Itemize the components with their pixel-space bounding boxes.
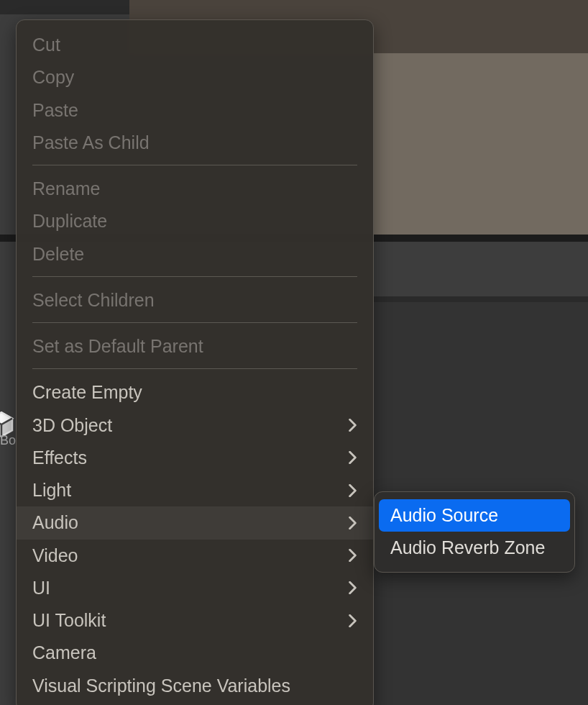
menu-separator xyxy=(32,276,357,277)
menu-item-label: Rename xyxy=(32,178,101,200)
menu-item-label: Copy xyxy=(32,66,74,88)
bg-divider xyxy=(374,296,588,302)
menu-item-set-as-default-parent: Set as Default Parent xyxy=(17,330,373,363)
menu-item-duplicate: Duplicate xyxy=(17,205,373,237)
menu-item-label: Set as Default Parent xyxy=(32,335,203,358)
menu-item-label: Video xyxy=(32,545,78,567)
chevron-right-icon xyxy=(347,518,357,528)
menu-item-label: Camera xyxy=(32,642,96,664)
menu-item-label: Light xyxy=(32,479,71,501)
menu-item-ui[interactable]: UI xyxy=(17,572,373,604)
menu-item-rename: Rename xyxy=(17,173,373,205)
context-menu: CutCopyPastePaste As ChildRenameDuplicat… xyxy=(16,19,374,705)
menu-item-paste-as-child: Paste As Child xyxy=(17,127,373,159)
menu-item-camera[interactable]: Camera xyxy=(17,637,373,669)
menu-item-label: Select Children xyxy=(32,289,155,311)
bg-panel xyxy=(374,53,588,235)
menu-item-label: Paste xyxy=(32,99,78,122)
menu-item-3d-object[interactable]: 3D Object xyxy=(17,409,373,442)
hierarchy-item-label: Bo xyxy=(0,433,16,448)
menu-separator xyxy=(32,322,357,323)
submenu-audio: Audio SourceAudio Reverb Zone xyxy=(374,491,575,573)
menu-separator xyxy=(32,165,357,165)
menu-item-light[interactable]: Light xyxy=(17,474,373,506)
menu-item-label: Audio xyxy=(32,511,78,534)
menu-item-label: Effects xyxy=(32,447,87,469)
chevron-right-icon xyxy=(347,486,357,496)
submenu-item-audio-source[interactable]: Audio Source xyxy=(379,499,570,532)
submenu-item-audio-reverb-zone[interactable]: Audio Reverb Zone xyxy=(379,532,570,564)
menu-item-video[interactable]: Video xyxy=(17,540,373,572)
bg-panel xyxy=(0,0,129,14)
menu-item-select-children: Select Children xyxy=(17,284,373,317)
chevron-right-icon xyxy=(347,452,357,463)
menu-item-label: 3D Object xyxy=(32,414,112,437)
menu-item-effects[interactable]: Effects xyxy=(17,442,373,474)
menu-item-paste: Paste xyxy=(17,94,373,127)
menu-item-label: Duplicate xyxy=(32,210,107,232)
menu-item-label: UI Toolkit xyxy=(32,609,106,632)
menu-item-cut: Cut xyxy=(17,29,373,61)
menu-item-create-empty[interactable]: Create Empty xyxy=(17,376,373,409)
menu-item-ui-toolkit[interactable]: UI Toolkit xyxy=(17,604,373,637)
menu-item-visual-scripting-scene-variables[interactable]: Visual Scripting Scene Variables xyxy=(17,670,373,702)
menu-item-label: Delete xyxy=(32,243,84,265)
menu-item-label: Create Empty xyxy=(32,381,142,404)
menu-item-delete: Delete xyxy=(17,238,373,270)
menu-item-label: Visual Scripting Scene Variables xyxy=(32,675,290,697)
menu-separator xyxy=(32,368,357,369)
chevron-right-icon xyxy=(347,616,357,626)
chevron-right-icon xyxy=(347,420,357,430)
menu-item-label: Cut xyxy=(32,34,60,56)
menu-item-label: Paste As Child xyxy=(32,132,150,154)
menu-item-audio[interactable]: Audio xyxy=(17,506,373,539)
chevron-right-icon xyxy=(347,583,357,593)
menu-item-copy: Copy xyxy=(17,61,373,94)
chevron-right-icon xyxy=(347,550,357,560)
menu-item-label: UI xyxy=(32,577,50,599)
